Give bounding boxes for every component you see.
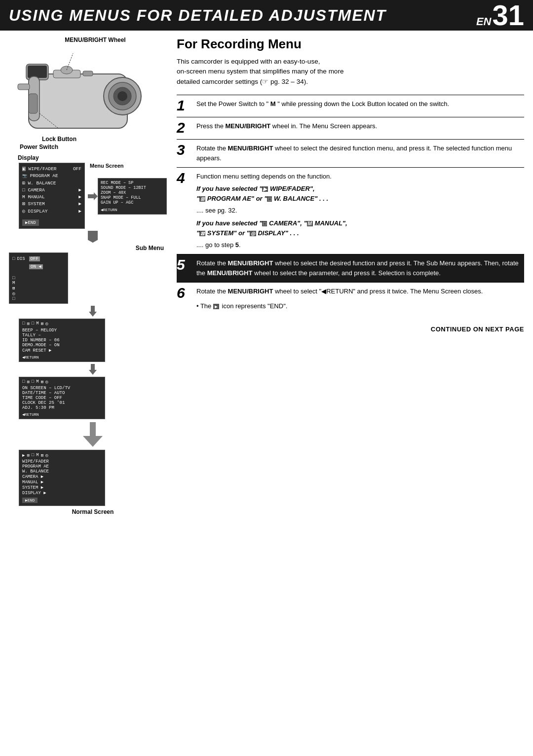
step-4: 4 Function menu setting depends on the f… <box>177 167 524 254</box>
step-1: 1 Set the Power Switch to " M " while pr… <box>177 95 524 117</box>
final-icon3: □ <box>32 453 34 458</box>
see-pg: .... see pg. 32. <box>196 206 524 216</box>
disp-line4: CLOCK DEC 25 '01 <box>22 400 102 405</box>
step-3-num: 3 <box>177 143 191 163</box>
disp-line5: ADJ. 5:30 PM <box>22 405 102 410</box>
disp-icon6: ◎ <box>45 379 48 385</box>
svg-marker-15 <box>88 192 98 200</box>
right-of-main-menu: Menu Screen REC MODE – SP SOUND MODE – 1… <box>88 163 167 215</box>
dis-icon: □ <box>12 255 15 263</box>
final-icon1: ▶ <box>22 453 25 458</box>
rec-mode-line4: SNAP MODE – FULL <box>101 195 164 200</box>
beep-icon2: ⊞ <box>27 321 29 326</box>
goto-step5: .... go to step 5. <box>196 240 524 250</box>
step-1-num: 1 <box>177 98 191 113</box>
step-5-content: Rotate the MENU/BRIGHT wheel to select t… <box>196 258 524 278</box>
rec-return: ◀RETURN <box>101 208 164 212</box>
step-4-sub1: If you have selected "▶ WIPE/FADER", "⊞ … <box>196 184 524 216</box>
menu-screen-box: ▶ WIPE/FADEROFF 📷 PROGRAM AE ⊞ W. BALANC… <box>19 163 85 229</box>
disp-icon5: ⊠ <box>41 379 43 385</box>
disp-icon3: □ <box>32 379 34 385</box>
final-icon4: M <box>36 453 38 458</box>
step-5: 5 Rotate the MENU/BRIGHT wheel to select… <box>177 254 524 282</box>
final-line6: SYSTEM ▶ <box>22 485 102 490</box>
final-line5: MANUAL ▶ <box>22 479 102 485</box>
off-option: OFF <box>29 256 40 261</box>
step-6-content: Rotate the MENU/BRIGHT wheel to select "… <box>196 287 524 311</box>
dis-label: DIS <box>17 255 25 263</box>
header-title-text: USING MENUS FOR DETAILED ADJUSTMENT <box>9 6 386 24</box>
beep-line3: ID NUMBER – 06 <box>22 338 102 343</box>
en-label: EN <box>476 15 492 28</box>
down-arrow-icon-3 <box>89 364 97 375</box>
continued-text: CONTINUED ON NEXT PAGE <box>177 325 524 333</box>
step-4-content: Function menu setting depends on the fun… <box>196 172 524 250</box>
down-arrow-icon-2 <box>89 306 97 317</box>
end-icon: ▶ <box>213 304 219 309</box>
big-down-arrow-icon <box>83 422 103 447</box>
arrow-to-rec: REC MODE – SP SOUND MODE – 12BIT ZOOM – … <box>88 178 167 215</box>
screen-row-program: 📷 PROGRAM AE <box>22 173 81 180</box>
beep-icons: □ ⊞ □ M ⊠ ◎ <box>22 321 102 326</box>
arrow-down-1 <box>19 231 167 243</box>
down-arrow-icon-1 <box>88 231 98 243</box>
beep-line4: DEMO.MODE – ON <box>22 343 102 348</box>
step-3: 3 Rotate the MENU/BRIGHT wheel to select… <box>177 139 524 167</box>
svg-rect-11 <box>83 71 93 76</box>
disp-return: ◀RETURN <box>22 412 102 417</box>
rec-mode-line3: ZOOM – 40X <box>101 190 164 195</box>
step-4-sub2: If you have selected "□ CAMERA", "M MANU… <box>196 218 524 250</box>
rec-mode-line1: REC MODE – SP <box>101 180 164 185</box>
menu-screen-label: Menu Screen <box>90 163 123 169</box>
big-arrow-down <box>19 422 167 447</box>
dis-off: OFF <box>29 255 40 263</box>
svg-rect-10 <box>18 84 30 90</box>
power-switch-label: Power Switch <box>20 144 167 150</box>
disp-line3: TIME CODE – OFF <box>22 396 102 400</box>
intro-text: This camcorder is equipped with an easy-… <box>177 57 524 87</box>
final-icon5: ⊠ <box>41 453 43 458</box>
end-button: ▶END <box>22 219 39 226</box>
beep-return: ◀RETURN <box>22 355 102 360</box>
camera-svg <box>14 44 152 141</box>
screen-end: ▶END <box>22 217 81 226</box>
final-line3: W. BALANCE <box>22 469 102 474</box>
header-page-number: EN 31 <box>476 1 524 30</box>
beep-line1: BEEP – MELODY <box>22 328 102 333</box>
dis-icons-col: □ M ⊠ ◎ □ <box>12 276 65 301</box>
rec-mode-box: REC MODE – SP SOUND MODE – 12BIT ZOOM – … <box>98 178 167 215</box>
header-title: USING MENUS FOR DETAILED ADJUSTMENT <box>9 6 386 25</box>
svg-point-4 <box>117 91 127 101</box>
main-content: MENU/BRIGHT Wheel <box>0 31 533 521</box>
beep-icon1: □ <box>22 321 25 326</box>
rec-mode-line2: SOUND MODE – 12BIT <box>101 185 164 190</box>
dis-row: □ DIS OFF <box>12 255 65 263</box>
disp-icon2: ⊞ <box>27 379 29 385</box>
beep-line5: CAM RESET ▶ <box>22 348 102 353</box>
step-5-num: 5 <box>177 257 191 278</box>
final-end: ▶END <box>22 498 102 503</box>
display-icons: □ ⊞ □ M ⊠ ◎ <box>22 379 102 385</box>
step-6: 6 Rotate the MENU/BRIGHT wheel to select… <box>177 282 524 315</box>
step-3-content: Rotate the MENU/BRIGHT wheel to select t… <box>196 144 524 163</box>
disp-line2: DATE/TIME – AUTO <box>22 391 102 396</box>
svg-rect-21 <box>91 364 95 371</box>
rec-mode-line5: GAIN UP – AGC <box>101 200 164 205</box>
screen-row-display: ◎ DISPLAY▶ <box>22 208 81 215</box>
camera-diagram <box>14 44 152 143</box>
page-num: 31 <box>492 1 524 30</box>
screen-row-camera: □ CAMERA▶ <box>22 187 81 194</box>
right-arrow-icon <box>88 192 98 200</box>
screen-row-system: ⊠ SYSTEM▶ <box>22 201 81 208</box>
on-option: ON ◀ <box>29 264 43 269</box>
normal-screen-label: Normal Screen <box>19 508 167 515</box>
svg-rect-19 <box>91 306 95 313</box>
bullet-end: • The ▶ icon represents "END". <box>196 301 524 311</box>
final-icon6: ◎ <box>45 453 48 458</box>
disp-line1: ON SCREEN – LCD/TV <box>22 386 102 391</box>
sub-menu-label: Sub Menu <box>9 245 164 252</box>
disp-icon1: □ <box>22 379 25 385</box>
arrow-down-3 <box>19 364 167 375</box>
beep-icon3: □ <box>32 321 34 326</box>
final-line7: DISPLAY ▶ <box>22 490 102 496</box>
